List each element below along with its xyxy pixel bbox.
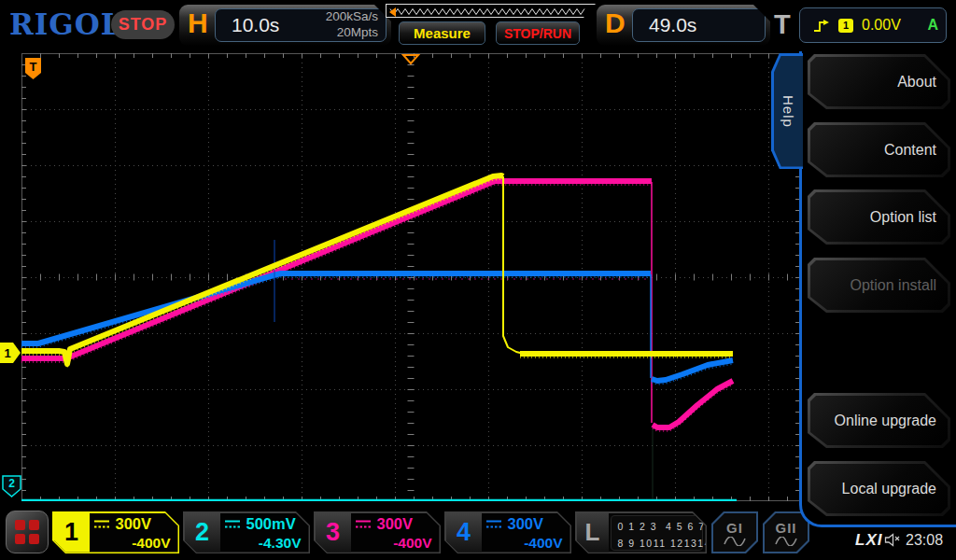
svg-text:1: 1 bbox=[4, 346, 10, 360]
channel-4-offset: -400V bbox=[485, 535, 563, 552]
menu-item-content[interactable]: Content bbox=[808, 122, 950, 177]
sine-wave-icon bbox=[775, 537, 797, 546]
record-waveform-icon bbox=[387, 6, 590, 18]
ch1-trace-drop bbox=[503, 176, 524, 354]
delay-value: 49.0s bbox=[649, 14, 696, 36]
menu-item-about[interactable]: About bbox=[808, 54, 950, 109]
logic-label: L bbox=[577, 513, 609, 553]
ch4-trace-recovery bbox=[652, 360, 733, 381]
dc-coupling-icon bbox=[485, 519, 502, 529]
main-menu-button[interactable] bbox=[6, 511, 49, 553]
measure-button[interactable]: Measure bbox=[399, 21, 485, 45]
channel-4-scale: 300V bbox=[508, 515, 544, 533]
help-tab-label: Help bbox=[780, 95, 796, 128]
channel-1-scale: 300V bbox=[116, 515, 152, 533]
channel-3-offset: -400V bbox=[355, 535, 432, 552]
trigger-position-icon bbox=[403, 55, 418, 63]
record-position-marker-icon bbox=[389, 7, 397, 18]
app-grid-icon bbox=[15, 520, 39, 544]
horizontal-readout: 10.0s 200kSa/s 20Mpts bbox=[215, 8, 387, 42]
channel-2-number: 2 bbox=[185, 513, 220, 553]
channel-2-scale: 500mV bbox=[246, 515, 296, 533]
trigger-corner-badge-label: T bbox=[30, 60, 37, 74]
channel-2-offset: -4.30V bbox=[224, 535, 302, 552]
svg-text:2: 2 bbox=[8, 477, 15, 490]
menu-item-option-list[interactable]: Option list bbox=[808, 189, 950, 245]
rigol-logo: RIGOL bbox=[9, 7, 122, 41]
run-state-badge: STOP bbox=[111, 10, 175, 39]
delay-label: D bbox=[605, 7, 626, 39]
trigger-level-value: 0.00V bbox=[862, 17, 901, 34]
lxi-status: LXI bbox=[855, 531, 882, 550]
delay-settings-button[interactable]: D 49.0s bbox=[597, 5, 770, 46]
channel-1-offset: -400V bbox=[93, 535, 171, 552]
timebase-value: 10.0s bbox=[232, 14, 279, 36]
trigger-section-label: T bbox=[774, 9, 791, 40]
speaker-muted-icon[interactable] bbox=[884, 533, 901, 547]
trigger-sweep-mode: A bbox=[927, 17, 938, 34]
trigger-settings-button[interactable]: 1 0.00V A bbox=[799, 7, 947, 43]
ch1-trace-main bbox=[21, 175, 503, 364]
dc-coupling-icon bbox=[355, 519, 372, 529]
stop-run-button[interactable]: STOP/RUN bbox=[496, 21, 580, 45]
trigger-source-badge: 1 bbox=[838, 19, 853, 33]
memory-depth: 20Mpts bbox=[337, 25, 378, 39]
logic-digits: 0 1 2 3 4 5 6 78 9 1011 12131415 bbox=[611, 515, 703, 551]
channel-4-button[interactable]: 4 300V -400V bbox=[444, 511, 571, 553]
waveform-position-bar[interactable] bbox=[386, 4, 596, 18]
help-menu-panel: About Content Option list Option install… bbox=[799, 49, 956, 527]
dc-coupling-icon bbox=[224, 519, 241, 529]
clock: 23:08 bbox=[906, 532, 943, 549]
menu-item-online-upgrade[interactable]: Online upgrade bbox=[808, 393, 950, 448]
help-tab[interactable]: Help bbox=[771, 53, 803, 169]
channel-3-button[interactable]: 3 300V -400V bbox=[314, 511, 441, 553]
delay-readout: 49.0s bbox=[632, 8, 766, 42]
horizontal-settings-button[interactable]: H 10.0s 200kSa/s 20Mpts bbox=[179, 5, 391, 46]
channel-1-button[interactable]: 1 300V -400V bbox=[52, 511, 179, 553]
waveform-display[interactable]: T bbox=[21, 53, 800, 501]
ch2-position-marker[interactable]: 2 bbox=[1, 475, 22, 498]
top-status-bar: RIGOL STOP H 10.0s 200kSa/s 20Mpts Measu… bbox=[0, 0, 956, 51]
sine-wave-icon bbox=[724, 537, 746, 546]
channel-1-number: 1 bbox=[54, 513, 90, 553]
channel-3-number: 3 bbox=[316, 513, 351, 553]
menu-item-option-install[interactable]: Option install bbox=[808, 258, 950, 313]
logic-channels-button[interactable]: L 0 1 2 3 4 5 6 78 9 1011 12131415 bbox=[575, 511, 707, 553]
ch3-trace-recovery bbox=[653, 381, 733, 427]
channel-4-number: 4 bbox=[446, 513, 482, 553]
oscilloscope-screen: RIGOL STOP H 10.0s 200kSa/s 20Mpts Measu… bbox=[0, 0, 956, 560]
channel-3-scale: 300V bbox=[377, 515, 414, 533]
horizontal-label: H bbox=[188, 7, 208, 39]
channel-2-button[interactable]: 2 500mV -4.30V bbox=[183, 511, 310, 553]
dc-coupling-icon bbox=[93, 519, 110, 529]
rising-slope-trigger-icon bbox=[813, 19, 830, 33]
ch1-position-marker[interactable]: 1 bbox=[0, 342, 21, 364]
gen1-button[interactable]: GI bbox=[711, 511, 758, 553]
sample-rate: 200kSa/s bbox=[326, 9, 378, 23]
menu-item-local-upgrade[interactable]: Local upgrade bbox=[808, 461, 950, 516]
